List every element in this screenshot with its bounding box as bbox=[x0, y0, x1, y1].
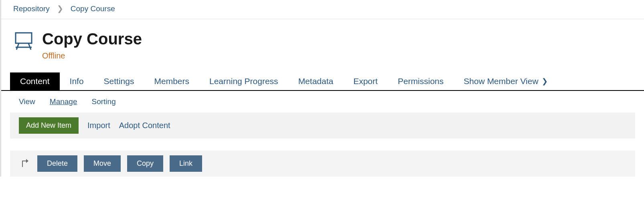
svg-line-2 bbox=[28, 43, 31, 50]
content-toolbar: Add New Item Import Adopt Content bbox=[10, 113, 635, 139]
link-button[interactable]: Link bbox=[170, 155, 202, 172]
tab-info[interactable]: Info bbox=[60, 72, 94, 90]
tab-members[interactable]: Members bbox=[144, 72, 199, 90]
main-tabs: Content Info Settings Members Learning P… bbox=[1, 64, 644, 91]
sub-tabs: View Manage Sorting bbox=[1, 91, 644, 113]
svg-rect-0 bbox=[16, 33, 32, 43]
tab-content[interactable]: Content bbox=[10, 72, 60, 90]
chevron-right-icon: ❯ bbox=[57, 4, 63, 13]
status-badge: Offline bbox=[42, 51, 142, 60]
page-header: Copy Course Offline bbox=[1, 19, 644, 64]
chevron-right-icon: ❯ bbox=[542, 77, 548, 86]
tab-settings[interactable]: Settings bbox=[94, 72, 144, 90]
subtab-sorting[interactable]: Sorting bbox=[92, 97, 116, 106]
breadcrumb-current: Copy Course bbox=[71, 4, 115, 13]
bulk-action-row: Delete Move Copy Link bbox=[10, 151, 635, 177]
selection-arrow-icon bbox=[20, 158, 28, 169]
delete-button[interactable]: Delete bbox=[37, 155, 77, 172]
copy-button[interactable]: Copy bbox=[127, 155, 163, 172]
move-button[interactable]: Move bbox=[84, 155, 121, 172]
tab-export[interactable]: Export bbox=[343, 72, 388, 90]
tab-show-member-view[interactable]: Show Member View ❯ bbox=[454, 72, 557, 90]
course-icon bbox=[13, 30, 34, 51]
tab-learning-progress[interactable]: Learning Progress bbox=[199, 72, 288, 90]
breadcrumb-root[interactable]: Repository bbox=[13, 4, 50, 13]
svg-line-1 bbox=[16, 43, 19, 50]
tab-metadata[interactable]: Metadata bbox=[288, 72, 344, 90]
add-new-item-button[interactable]: Add New Item bbox=[19, 117, 79, 134]
subtab-view[interactable]: View bbox=[19, 97, 35, 106]
breadcrumb: Repository ❯ Copy Course bbox=[1, 0, 644, 19]
import-link[interactable]: Import bbox=[87, 121, 110, 130]
subtab-manage[interactable]: Manage bbox=[50, 97, 77, 106]
tab-permissions[interactable]: Permissions bbox=[388, 72, 454, 90]
adopt-content-link[interactable]: Adopt Content bbox=[119, 121, 170, 130]
page-title: Copy Course bbox=[42, 30, 142, 47]
